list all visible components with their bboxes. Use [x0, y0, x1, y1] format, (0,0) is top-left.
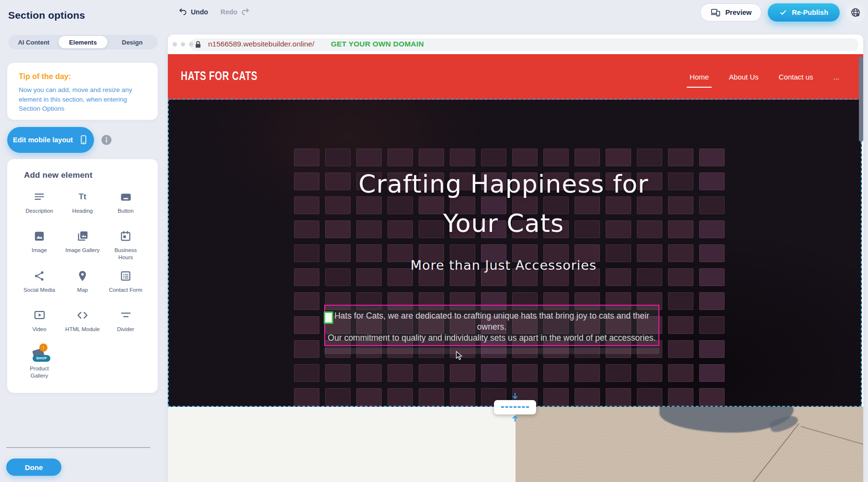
- element-label: Description: [25, 207, 53, 215]
- add-element-map[interactable]: Map: [61, 269, 104, 300]
- selection-shadow-strip: [324, 348, 659, 354]
- add-element-html-module[interactable]: HTML Module: [61, 308, 104, 340]
- contact-form-icon: [118, 269, 133, 283]
- hero-section[interactable]: Crafting Happiness for Your Cats More th…: [168, 100, 862, 407]
- republish-label: Re-Publish: [792, 9, 828, 16]
- element-label: Social Media: [23, 287, 55, 294]
- text-lines-icon: [32, 190, 47, 204]
- tab-ai-content[interactable]: AI Content: [9, 36, 59, 48]
- product-gallery-icon: ↑SHOP: [32, 347, 47, 362]
- element-label: Business Hours: [107, 247, 144, 261]
- redo-icon: [241, 7, 250, 16]
- site-preview-panel: n1566589.websitebuilder.online/ GET YOUR…: [168, 34, 863, 482]
- floor-photo: [516, 407, 863, 482]
- app-root: Section options Undo Redo Preview Re-P: [0, 0, 868, 482]
- republish-button[interactable]: Re-Publish: [768, 3, 840, 22]
- browser-chrome: n1566589.websitebuilder.online/ GET YOUR…: [168, 34, 863, 54]
- image-icon: [32, 229, 47, 243]
- page-title: Section options: [8, 10, 85, 21]
- add-element-image[interactable]: Image: [18, 229, 61, 261]
- preview-button[interactable]: Preview: [700, 3, 762, 22]
- add-element-product-gallery[interactable]: ↑SHOPProduct Gallery: [18, 347, 61, 379]
- element-label: Image Gallery: [65, 247, 100, 254]
- video-icon: [32, 308, 47, 322]
- selected-text-element[interactable]: Hats for Cats, we are dedicated to craft…: [324, 305, 659, 346]
- element-grid: DescriptionTtHeadingButtonImageImage Gal…: [18, 190, 147, 379]
- element-label: Image: [32, 247, 47, 254]
- panel-divider: [6, 447, 150, 448]
- arrow-up-icon: [512, 415, 518, 422]
- nav-more-menu[interactable]: ...: [832, 70, 840, 84]
- info-icon[interactable]: [100, 134, 113, 146]
- element-label: Button: [117, 207, 133, 215]
- undo-button[interactable]: Undo: [178, 7, 208, 16]
- edit-mobile-layout-button[interactable]: Edit mobile layout: [7, 127, 94, 153]
- preview-label: Preview: [725, 9, 751, 16]
- check-icon: [779, 9, 787, 16]
- lock-icon: [195, 41, 201, 48]
- get-your-own-domain-link[interactable]: GET YOUR OWN DOMAIN: [331, 40, 424, 48]
- resize-dash: [501, 406, 529, 408]
- undo-redo-group: Undo Redo: [178, 7, 250, 16]
- language-globe-button[interactable]: [846, 3, 865, 22]
- globe-icon: [850, 7, 861, 18]
- element-label: Product Gallery: [21, 365, 58, 379]
- add-element-contact-form[interactable]: Contact Form: [104, 269, 147, 300]
- element-label: Contact Form: [109, 287, 142, 294]
- heading-icon: Tt: [75, 190, 90, 204]
- add-new-element-card: Add new element DescriptionTtHeadingButt…: [7, 159, 158, 393]
- arrow-down-icon: [512, 393, 518, 400]
- map-pin-icon: [75, 269, 90, 283]
- add-element-description[interactable]: Description: [18, 190, 61, 221]
- done-button[interactable]: Done: [6, 459, 61, 476]
- code-icon: [75, 308, 90, 322]
- undo-label: Undo: [191, 8, 208, 16]
- nav-contact-us[interactable]: Contact us: [778, 70, 814, 84]
- element-label: Video: [32, 326, 46, 333]
- hero-body-line1: Hats for Cats, we are dedicated to craft…: [325, 310, 658, 333]
- phone-icon: [79, 135, 88, 145]
- site-url: n1566589.websitebuilder.online/: [208, 40, 314, 48]
- edit-mobile-label: Edit mobile layout: [13, 136, 73, 144]
- nav-home[interactable]: Home: [689, 70, 710, 84]
- add-element-heading[interactable]: TtHeading: [61, 190, 104, 221]
- tip-title: Tip of the day:: [19, 72, 146, 81]
- element-label: HTML Module: [65, 326, 100, 333]
- tab-design[interactable]: Design: [107, 36, 157, 48]
- hero-background-grid: [294, 149, 725, 407]
- add-element-divider[interactable]: Divider: [104, 308, 147, 340]
- add-element-image-gallery[interactable]: Image Gallery: [61, 229, 104, 261]
- preview-scrollbar[interactable]: [859, 57, 863, 142]
- site-nav: Home About Us Contact us ...: [689, 54, 840, 100]
- tip-of-the-day-card: Tip of the day: Now you can add, move an…: [7, 63, 158, 120]
- element-label: Divider: [117, 326, 134, 333]
- redo-label: Redo: [221, 8, 237, 16]
- divider-icon: [118, 308, 133, 322]
- nav-about-us[interactable]: About Us: [728, 70, 760, 84]
- panel-tabs: AI Content Elements Design: [8, 35, 158, 49]
- site-logo[interactable]: HATS FOR CATS: [181, 69, 258, 83]
- image-gallery-icon: [75, 229, 90, 243]
- element-label: Heading: [72, 207, 93, 215]
- tab-elements[interactable]: Elements: [59, 36, 108, 48]
- button-icon: [118, 190, 133, 204]
- topbar-actions: Preview Re-Publish: [700, 3, 865, 22]
- add-element-video[interactable]: Video: [18, 308, 61, 340]
- add-new-element-title: Add new element: [18, 171, 147, 180]
- devices-icon: [710, 8, 721, 17]
- element-label: Map: [77, 287, 88, 294]
- tip-body: Now you can add, move and resize any ele…: [19, 85, 146, 114]
- share-icon: [32, 269, 47, 283]
- undo-icon: [178, 7, 188, 16]
- hero-body-line2: Our commitment to quality and individual…: [325, 333, 658, 344]
- calendar-icon: [118, 229, 133, 243]
- hero-body-text: Hats for Cats, we are dedicated to craft…: [325, 310, 658, 344]
- redo-button[interactable]: Redo: [221, 7, 250, 16]
- site-header: HATS FOR CATS Home About Us Contact us .…: [168, 54, 863, 100]
- add-element-business-hours[interactable]: Business Hours: [104, 229, 147, 261]
- add-element-button[interactable]: Button: [104, 190, 147, 221]
- section-resize-handle[interactable]: [494, 400, 536, 414]
- window-dots: [173, 42, 193, 46]
- add-element-social-media[interactable]: Social Media: [18, 269, 61, 300]
